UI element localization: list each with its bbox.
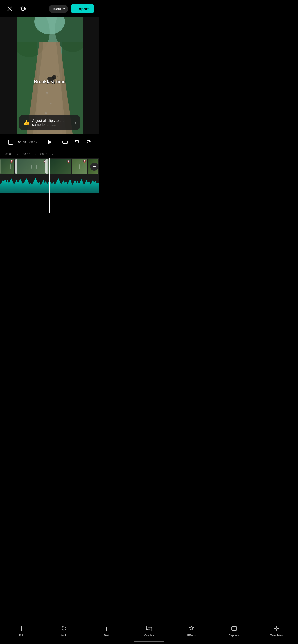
- ruler-dot-2: •: [35, 153, 36, 155]
- chevron-down-icon: ▾: [63, 7, 65, 10]
- video-text-overlay: Breakfast time: [34, 79, 65, 84]
- video-container: Breakfast time 👍 Adjust all clips to the…: [0, 17, 99, 134]
- time-separator: /: [27, 140, 28, 144]
- add-clip-button[interactable]: +: [90, 163, 98, 171]
- fullscreen-button[interactable]: [6, 138, 15, 147]
- playback-right: [61, 138, 93, 147]
- clip-segment-3[interactable]: 🔇: [48, 159, 71, 174]
- export-button[interactable]: Export: [71, 4, 94, 13]
- ruler-marks: 00:06 • 00:08 • 00:10 •: [0, 153, 99, 156]
- time-total: 00:12: [29, 140, 38, 144]
- time-current: 00:08: [18, 140, 26, 144]
- chevron-right-icon: ›: [75, 120, 76, 125]
- close-button[interactable]: [5, 4, 14, 13]
- svg-marker-24: [48, 140, 52, 145]
- playback-left: 00:08 / 00:12: [6, 138, 37, 147]
- loudness-text: Adjust all clips to the same loudness: [32, 119, 72, 127]
- clip-segment-1[interactable]: 🔇: [0, 159, 14, 174]
- header: 1080P ▾ Export: [0, 0, 99, 17]
- undo-button[interactable]: [72, 138, 82, 147]
- timeline-playhead: [49, 158, 50, 213]
- ruler-time-3: 00:10: [38, 153, 50, 156]
- time-display: 00:08 / 00:12: [18, 140, 37, 144]
- header-right: 1080P ▾ Export: [49, 4, 94, 13]
- play-button[interactable]: [44, 137, 54, 147]
- mute-icon-4: 🔇: [83, 160, 86, 163]
- timeline-ruler: 00:06 • 00:08 • 00:10 •: [0, 151, 99, 158]
- clip-segment-4[interactable]: 🔇: [72, 159, 87, 174]
- svg-point-11: [46, 92, 48, 94]
- mute-icon-3: 🔇: [67, 160, 70, 163]
- thumbs-up-icon: 👍: [23, 120, 30, 126]
- redo-button[interactable]: [84, 138, 93, 147]
- trim-right-handle[interactable]: [45, 159, 47, 174]
- video-preview: Breakfast time 👍 Adjust all clips to the…: [17, 17, 83, 134]
- resolution-label: 1080P: [52, 7, 62, 11]
- timeline-area: 🔇 🔇 🔇 🔇: [0, 158, 99, 213]
- clip-segment-2[interactable]: 🔇: [15, 159, 48, 174]
- ruler-time-1: 00:06: [3, 153, 15, 156]
- learn-button[interactable]: [18, 4, 28, 13]
- svg-point-12: [50, 103, 52, 104]
- playback-controls: 00:08 / 00:12: [0, 134, 99, 151]
- svg-rect-21: [8, 140, 13, 144]
- mute-icon-1: 🔇: [10, 160, 13, 163]
- svg-point-16: [52, 75, 56, 79]
- ruler-dot-3: •: [52, 153, 53, 155]
- header-left: [5, 4, 28, 13]
- svg-point-13: [45, 112, 47, 114]
- trim-left-handle[interactable]: [15, 159, 17, 174]
- loudness-banner[interactable]: 👍 Adjust all clips to the same loudness …: [19, 115, 80, 130]
- ruler-time-2: 00:08: [20, 153, 33, 156]
- ruler-dot-1: •: [17, 153, 18, 155]
- link-button[interactable]: [61, 138, 70, 147]
- resolution-button[interactable]: 1080P ▾: [49, 5, 68, 13]
